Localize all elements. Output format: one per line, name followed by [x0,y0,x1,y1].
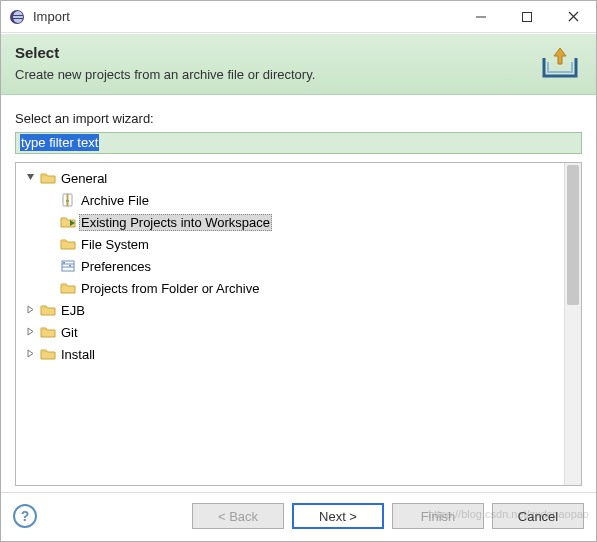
wizard-content: Select an import wizard: type filter tex… [1,95,596,492]
cancel-button[interactable]: Cancel [492,503,584,529]
help-button[interactable]: ? [13,504,37,528]
tree-row[interactable]: Existing Projects into Workspace [20,211,564,233]
tree-row[interactable]: Preferences [20,255,564,277]
svg-rect-18 [69,265,71,267]
tree-row-label: Install [59,346,97,363]
folder-closed-icon [40,324,56,340]
folder-closed-icon [40,302,56,318]
svg-rect-5 [523,12,532,21]
vertical-scrollbar[interactable] [564,163,581,485]
tree-row-label: EJB [59,302,87,319]
window-title: Import [33,9,70,24]
tree-row-label: General [59,170,109,187]
tree-row-label: Existing Projects into Workspace [79,214,272,231]
prefs-icon [60,258,76,274]
banner-description: Create new projects from an archive file… [15,67,530,82]
cancel-button-label: Cancel [518,509,558,524]
svg-marker-8 [554,48,566,64]
next-button[interactable]: Next > [292,503,384,529]
import-wizard-tree[interactable]: GeneralArchive FileExisting Projects int… [16,163,564,485]
project-icon [60,214,76,230]
svg-rect-2 [13,15,23,16]
chevron-down-icon[interactable] [23,172,37,185]
wizard-banner: Select Create new projects from an archi… [1,33,596,95]
tree-row[interactable]: Install [20,343,564,365]
tree-row[interactable]: Archive File [20,189,564,211]
folder-icon [60,280,76,296]
filter-input[interactable]: type filter text [15,132,582,154]
button-bar: ? < Back Next > Finish Cancel [1,492,596,541]
minimize-button[interactable] [458,1,504,33]
svg-marker-21 [28,350,33,357]
chevron-right-icon[interactable] [23,326,37,339]
svg-rect-12 [66,200,69,202]
import-icon [538,46,582,82]
finish-button[interactable]: Finish [392,503,484,529]
tree-row[interactable]: General [20,167,564,189]
folder-closed-icon [40,346,56,362]
tree-container: GeneralArchive FileExisting Projects int… [15,162,582,486]
svg-marker-20 [28,328,33,335]
svg-point-1 [13,11,23,23]
tree-row-label: Projects from Folder or Archive [79,280,261,297]
tree-row-label: Git [59,324,80,341]
tree-row-label: Archive File [79,192,151,209]
chevron-right-icon[interactable] [23,348,37,361]
svg-rect-3 [13,18,23,19]
scrollbar-thumb[interactable] [567,165,579,305]
archive-icon [60,192,76,208]
tree-row-label: Preferences [79,258,153,275]
maximize-button[interactable] [504,1,550,33]
tree-row-label: File System [79,236,151,253]
svg-marker-19 [28,306,33,313]
chevron-right-icon[interactable] [23,304,37,317]
tree-row[interactable]: File System [20,233,564,255]
close-button[interactable] [550,1,596,33]
tree-row[interactable]: Git [20,321,564,343]
filter-label: Select an import wizard: [15,111,582,126]
svg-marker-9 [27,174,34,180]
back-button[interactable]: < Back [192,503,284,529]
next-button-label: Next > [319,509,357,524]
tree-row[interactable]: Projects from Folder or Archive [20,277,564,299]
banner-heading: Select [15,44,530,61]
titlebar: Import [1,1,596,33]
eclipse-icon [9,9,25,25]
finish-button-label: Finish [421,509,456,524]
svg-rect-17 [63,262,65,264]
tree-row[interactable]: EJB [20,299,564,321]
back-button-label: < Back [218,509,258,524]
folder-open-icon [40,170,56,186]
folder-icon [60,236,76,252]
filter-input-value: type filter text [20,134,99,151]
